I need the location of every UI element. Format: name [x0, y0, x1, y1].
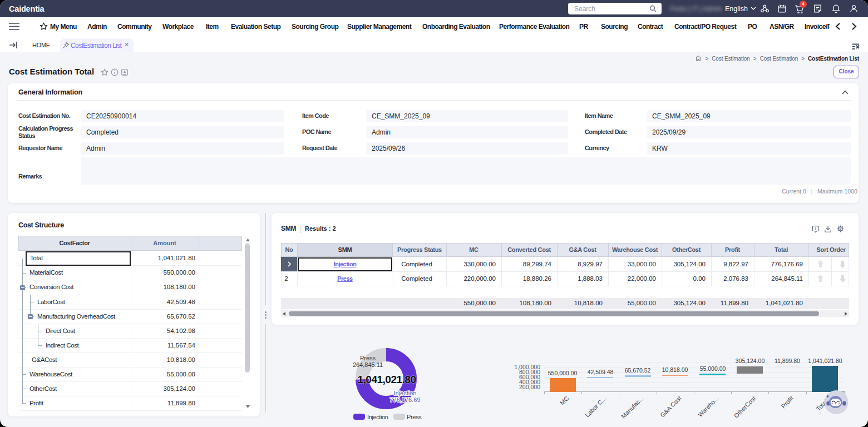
- svg-text:A: A: [124, 70, 126, 74]
